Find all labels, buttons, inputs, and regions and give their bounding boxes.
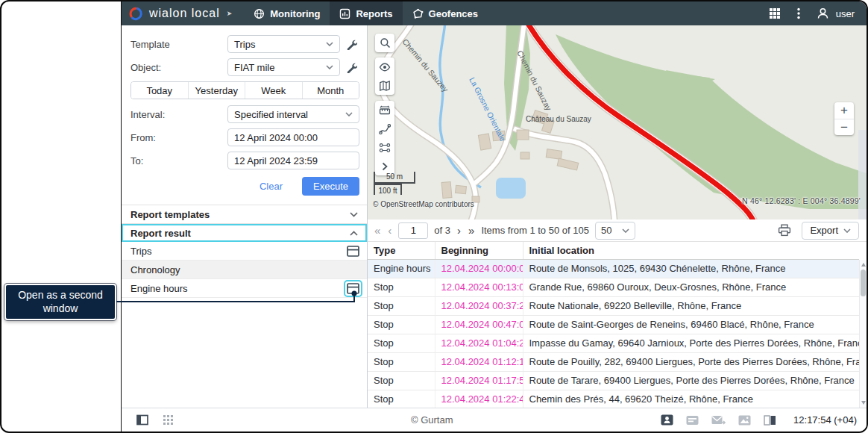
user-menu[interactable]: user	[817, 7, 855, 20]
open-second-window-icon-highlighted[interactable]	[347, 283, 359, 294]
user-label: user	[836, 8, 855, 19]
section-report-templates[interactable]: Report templates	[122, 205, 367, 223]
print-icon[interactable]	[778, 224, 791, 237]
cell-type: Stop	[368, 296, 435, 315]
tab-reports[interactable]: Reports	[330, 1, 402, 25]
clear-button[interactable]: Clear	[260, 181, 283, 192]
col-header-initial-location[interactable]: Initial location	[523, 242, 859, 259]
table-row[interactable]: Stop 12.04.2024 00:37:25 Route Nationale…	[368, 296, 859, 315]
map-source-icon[interactable]	[375, 76, 394, 95]
table-row[interactable]: Stop 12.04.2024 01:22:49 Chemin des Prés…	[368, 390, 859, 408]
screenshot-frame: Open as a second window wialon local➤	[0, 0, 868, 433]
cell-beginning[interactable]: 12.04.2024 01:12:14	[435, 352, 523, 371]
object-select[interactable]: FIAT mile	[227, 58, 340, 76]
map[interactable]: Chemin du Sauzey Chemin du Sauzay La Gro…	[368, 25, 867, 219]
page-number-input[interactable]	[398, 222, 428, 239]
template-select[interactable]: Trips	[227, 35, 340, 53]
page-size-select[interactable]: 50	[595, 222, 635, 240]
visibility-eye-icon[interactable]	[375, 57, 394, 76]
trailers-icon[interactable]	[686, 415, 699, 426]
section-report-result[interactable]: Report result	[122, 223, 367, 242]
interval-select[interactable]: Specified interval	[227, 105, 359, 123]
cell-initial-location: Grande Rue, 69860 Ouroux, Deux-Grosnes, …	[523, 278, 859, 296]
report-table: Type Beginning Initial location Engine h…	[368, 242, 867, 408]
scale-imperial: 100 ft	[374, 184, 402, 195]
cell-beginning[interactable]: 12.04.2024 00:13:02	[435, 278, 523, 296]
topbar-right-cluster: user	[769, 7, 867, 20]
map-coordinates: N 46° 12.6283' : E 004° 36.4899'	[742, 196, 861, 205]
reports-chart-icon	[339, 8, 350, 19]
result-item-engine-hours[interactable]: Engine hours	[122, 279, 367, 298]
prev-page-button[interactable]: ‹	[387, 225, 392, 236]
last-page-button[interactable]: »	[468, 225, 475, 236]
table-row[interactable]: Stop 12.04.2024 01:04:22 Impasse du Gama…	[368, 334, 859, 352]
object-label: Object:	[130, 62, 227, 73]
chevron-down-icon	[345, 112, 353, 116]
range-week-button[interactable]: Week	[245, 82, 302, 99]
col-header-beginning[interactable]: Beginning	[435, 242, 523, 259]
map-scale: 50 m 100 ft	[374, 172, 415, 195]
map-label-chateau: Château du Sauzay	[526, 115, 591, 123]
cell-beginning[interactable]: 12.04.2024 00:37:25	[435, 296, 523, 315]
chevron-down-icon	[326, 65, 333, 69]
range-today-button[interactable]: Today	[131, 82, 188, 99]
zoom-out-button[interactable]: −	[834, 119, 854, 135]
interval-label: Interval:	[130, 109, 227, 120]
table-row[interactable]: Stop 12.04.2024 01:12:14 Route de Pouill…	[368, 352, 859, 371]
cell-type: Engine hours	[368, 259, 435, 278]
report-templates-label: Report templates	[130, 209, 210, 220]
scroll-up-arrow-icon[interactable]	[861, 263, 866, 267]
execute-button[interactable]: Execute	[302, 177, 359, 196]
status-bar: © Gurtam 12:17:54 (+04)	[122, 408, 867, 432]
app-window: wialon local➤ Monitoring Reports	[121, 1, 867, 432]
object-settings-wrench-icon[interactable]	[343, 59, 359, 75]
search-icon[interactable]	[375, 34, 394, 52]
result-item-trips[interactable]: Trips	[122, 242, 367, 261]
cell-type: Stop	[368, 278, 435, 296]
panels-icon[interactable]	[764, 415, 776, 426]
export-button[interactable]: Export	[802, 222, 859, 240]
bottom-apps-grid-icon[interactable]	[163, 415, 173, 425]
scrollbar-thumb[interactable]	[861, 270, 866, 296]
result-item-chronology[interactable]: Chronology	[122, 261, 367, 279]
scroll-down-arrow-icon[interactable]	[861, 401, 866, 405]
table-row[interactable]: Stop 12.04.2024 00:47:07 Route de Saint-…	[368, 315, 859, 334]
open-second-window-icon[interactable]	[347, 246, 359, 257]
kebab-menu-icon[interactable]	[797, 7, 800, 19]
link-points-icon[interactable]	[375, 138, 394, 157]
table-scrollbar[interactable]	[859, 260, 867, 408]
table-row[interactable]: Stop 12.04.2024 01:17:52 Route de Tarare…	[368, 371, 859, 390]
next-page-button[interactable]: ›	[456, 225, 462, 236]
first-page-button[interactable]: «	[374, 225, 381, 236]
chevron-down-icon	[843, 228, 851, 233]
cell-beginning[interactable]: 12.04.2024 01:17:52	[435, 371, 523, 390]
tab-geofences[interactable]: Geofences	[403, 1, 488, 25]
table-row[interactable]: Engine hours 12.04.2024 00:00:00 Route d…	[368, 259, 859, 278]
from-date-input[interactable]	[234, 132, 353, 143]
ruler-icon[interactable]	[375, 101, 394, 119]
zoom-in-button[interactable]: +	[834, 102, 854, 119]
cell-beginning[interactable]: 12.04.2024 00:47:07	[435, 315, 523, 334]
to-date-input[interactable]	[234, 155, 353, 166]
cell-beginning[interactable]: 12.04.2024 01:22:49	[435, 390, 523, 408]
cell-initial-location: Route de Pouilly, 282, 69400 Liergues, P…	[523, 352, 859, 371]
drivers-icon[interactable]	[661, 414, 673, 426]
tab-monitoring[interactable]: Monitoring	[244, 1, 330, 25]
range-month-button[interactable]: Month	[302, 82, 359, 99]
range-yesterday-button[interactable]: Yesterday	[188, 82, 245, 99]
track-route-icon[interactable]	[375, 119, 394, 138]
messages-icon[interactable]	[711, 415, 726, 426]
user-icon	[817, 7, 829, 20]
cell-beginning[interactable]: 12.04.2024 01:04:22	[435, 334, 523, 352]
template-settings-wrench-icon[interactable]	[343, 36, 359, 52]
template-label: Template	[130, 39, 227, 50]
map-attribution: © OpenStreetMap contributors	[373, 200, 474, 208]
cell-beginning[interactable]: 12.04.2024 00:00:00	[435, 259, 523, 278]
toggle-sidebar-icon[interactable]	[136, 414, 148, 426]
apps-grid-icon[interactable]	[769, 7, 781, 19]
tab-geofences-label: Geofences	[429, 8, 478, 19]
col-header-type[interactable]: Type	[368, 242, 435, 259]
table-row[interactable]: Stop 12.04.2024 00:13:02 Grande Rue, 698…	[368, 278, 859, 296]
result-item-label: Trips	[130, 246, 151, 257]
media-icon[interactable]	[738, 415, 751, 426]
